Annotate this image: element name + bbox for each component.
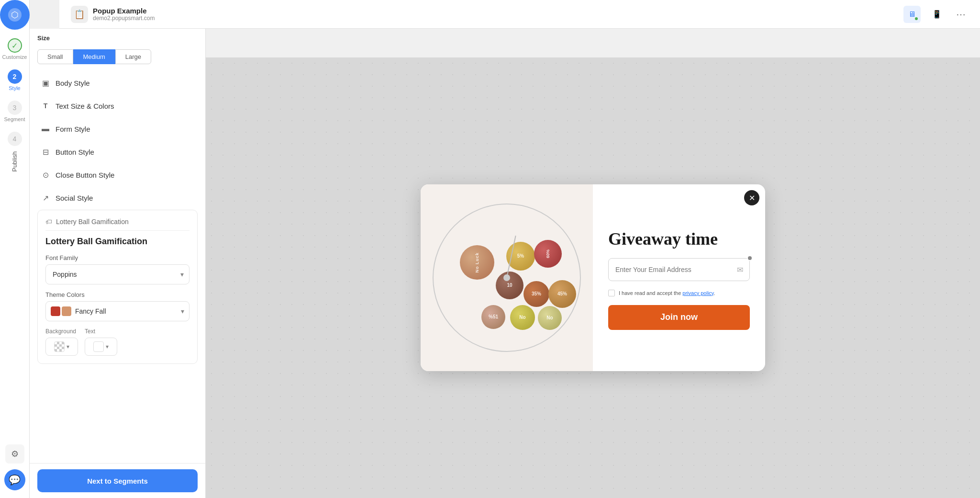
settings-button[interactable]: ⚙	[5, 444, 24, 464]
font-family-select[interactable]: Poppins	[45, 264, 189, 284]
close-button-style-icon: ⊙	[40, 170, 51, 180]
theme-name-label: Fancy Fall	[75, 307, 106, 315]
chat-button[interactable]: 💬	[4, 469, 25, 490]
theme-chevron-icon: ▾	[181, 307, 184, 315]
svg-text:⬡: ⬡	[11, 10, 19, 20]
app-title: Popup Example	[93, 7, 155, 15]
sidebar: ⬡ ✓ Customize 2 Style 3 Segment 4 Publis…	[0, 0, 30, 498]
email-input-wrap: ✉	[608, 258, 750, 281]
privacy-text: I have read and accept the privacy polic…	[619, 290, 715, 296]
gamification-icon: 🏷	[45, 218, 52, 226]
gamification-panel: 🏷 Lottery Ball Gamification Lottery Ball…	[37, 210, 198, 364]
main-preview: ✕ No Luck 5%	[206, 57, 980, 498]
gamification-title: Lottery Ball Gamification	[45, 237, 189, 247]
theme-colors-group: Theme Colors Fancy Fall ▾	[45, 291, 189, 321]
style-menu: ▣ Body Style T Text Size & Colors ▬ Form…	[30, 66, 205, 463]
size-label: Size	[30, 29, 205, 44]
top-bar: 📋 Popup Example demo2.popupsmart.com 🖥 📱…	[59, 0, 980, 29]
ball-35pct: 35%	[523, 281, 549, 307]
gamification-header: 🏷 Lottery Ball Gamification	[45, 218, 189, 231]
top-bar-right: 🖥 📱 ⋯	[903, 6, 969, 23]
theme-colors-select[interactable]: Fancy Fall ▾	[45, 301, 189, 321]
menu-social-style-label: Social Style	[56, 194, 93, 202]
sidebar-item-style[interactable]: 2 Style	[0, 65, 30, 96]
menu-body-style-label: Body Style	[56, 79, 90, 87]
sidebar-item-publish-label: Publish	[11, 147, 18, 176]
background-color-label: Background	[45, 328, 78, 335]
background-color-group: Background ▾	[45, 328, 78, 356]
sidebar-item-publish[interactable]: 4 Publish	[0, 127, 30, 181]
desktop-view-button[interactable]: 🖥	[903, 6, 921, 23]
size-large-button[interactable]: Large	[115, 49, 151, 64]
style-number: 2	[8, 69, 22, 84]
panel-bottom: Next to Segments	[30, 463, 205, 498]
popup-title: Giveaway time	[608, 229, 750, 249]
theme-color-2	[62, 306, 71, 316]
size-group: Small Medium Large	[30, 44, 205, 66]
publish-number: 4	[8, 132, 22, 146]
text-chevron-icon: ▾	[106, 343, 109, 350]
background-color-picker[interactable]: ▾	[45, 338, 78, 356]
button-style-icon: ⊟	[40, 147, 51, 157]
menu-button-style-label: Button Style	[56, 148, 94, 156]
theme-colors-label: Theme Colors	[45, 291, 189, 298]
lottery-circle: No Luck 5% 60% 10 35% 45%	[433, 204, 581, 352]
ball-60pct: 60%	[534, 240, 562, 268]
more-options-button[interactable]: ⋯	[953, 7, 969, 22]
next-to-segments-button[interactable]: Next to Segments	[37, 469, 198, 492]
customize-check-icon: ✓	[8, 38, 22, 53]
gamification-header-label: Lottery Ball Gamification	[56, 218, 129, 226]
sidebar-item-customize[interactable]: ✓ Customize	[0, 34, 30, 65]
background-swatch	[54, 341, 65, 352]
menu-text-size-colors[interactable]: T Text Size & Colors	[33, 95, 201, 117]
ball-51pct: %51	[481, 305, 505, 329]
font-family-label: Font Family	[45, 254, 189, 261]
join-now-button[interactable]: Join now	[608, 305, 750, 330]
email-input[interactable]	[608, 258, 750, 281]
menu-close-button-style-label: Close Button Style	[56, 171, 114, 179]
sidebar-item-segment-label: Segment	[4, 116, 25, 122]
theme-color-1	[51, 306, 60, 316]
font-family-select-wrapper: Poppins ▾	[45, 264, 189, 284]
menu-social-style[interactable]: ↗ Social Style	[33, 187, 201, 209]
form-style-icon: ▬	[40, 124, 51, 134]
menu-close-button-style[interactable]: ⊙ Close Button Style	[33, 164, 201, 186]
theme-color-swatches	[51, 306, 71, 316]
top-bar-left: 📋 Popup Example demo2.popupsmart.com	[71, 6, 155, 23]
body-style-icon: ▣	[40, 78, 51, 88]
social-style-icon: ↗	[40, 192, 51, 203]
font-family-group: Font Family Poppins ▾	[45, 254, 189, 284]
lottery-needle-dot	[503, 274, 510, 281]
menu-body-style[interactable]: ▣ Body Style	[33, 72, 201, 94]
menu-form-style-label: Form Style	[56, 125, 90, 133]
top-bar-texts: Popup Example demo2.popupsmart.com	[93, 7, 155, 22]
popup-right-section: Giveaway time ✉ I have read and accept t…	[593, 184, 765, 371]
sidebar-bottom: ⚙ 💬	[4, 444, 25, 498]
text-color-picker[interactable]: ▾	[85, 338, 117, 356]
checkbox-row: I have read and accept the privacy polic…	[608, 290, 750, 296]
mobile-view-button[interactable]: 📱	[928, 6, 946, 23]
size-medium-button[interactable]: Medium	[73, 49, 115, 64]
background-chevron-icon: ▾	[67, 343, 69, 350]
text-color-group: Text ▾	[85, 328, 117, 356]
popup-lottery-section: No Luck 5% 60% 10 35% 45%	[421, 184, 593, 371]
text-swatch	[93, 341, 104, 352]
app-subtitle: demo2.popupsmart.com	[93, 15, 155, 22]
privacy-policy-link[interactable]: privacy policy	[682, 290, 713, 296]
ball-no2: No	[538, 306, 562, 330]
sidebar-item-style-label: Style	[9, 85, 20, 91]
text-size-colors-icon: T	[40, 101, 51, 111]
style-panel: Size Small Medium Large ▣ Body Style T T…	[30, 29, 206, 498]
popup-close-button[interactable]: ✕	[744, 190, 759, 205]
sidebar-item-customize-label: Customize	[2, 54, 27, 60]
menu-button-style[interactable]: ⊟ Button Style	[33, 141, 201, 163]
ball-no1: No	[510, 305, 535, 330]
color-pickers-row: Background ▾ Text ▾	[45, 328, 189, 356]
radio-dot	[747, 255, 753, 261]
menu-form-style[interactable]: ▬ Form Style	[33, 118, 201, 140]
privacy-checkbox[interactable]	[608, 290, 615, 296]
size-small-button[interactable]: Small	[37, 49, 73, 64]
sidebar-item-segment[interactable]: 3 Segment	[0, 96, 30, 127]
app-icon: 📋	[71, 6, 88, 23]
app-logo[interactable]: ⬡	[0, 0, 30, 30]
